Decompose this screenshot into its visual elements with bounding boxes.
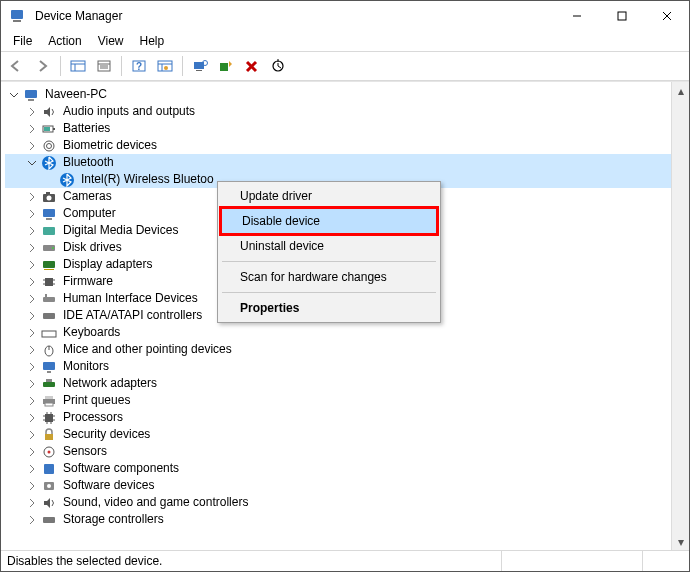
tree-item-label: Sensors	[61, 443, 109, 460]
ctx-update-driver[interactable]: Update driver	[220, 184, 438, 208]
minimize-button[interactable]	[554, 1, 599, 31]
computer-icon	[41, 206, 57, 222]
update-driver-button[interactable]	[214, 54, 238, 78]
ctx-item-label: Uninstall device	[240, 239, 324, 253]
tree-item-biometric[interactable]: Biometric devices	[5, 137, 671, 154]
svg-point-76	[48, 450, 51, 453]
show-hide-tree-button[interactable]	[66, 54, 90, 78]
tree-item-label: Biometric devices	[61, 137, 159, 154]
expand-icon[interactable]	[25, 122, 39, 136]
tree-item-label: Security devices	[61, 426, 152, 443]
expand-icon[interactable]	[25, 513, 39, 527]
tree-root[interactable]: Naveen-PC	[5, 86, 671, 103]
close-button[interactable]	[644, 1, 689, 31]
expand-icon[interactable]	[25, 360, 39, 374]
expand-icon[interactable]	[25, 190, 39, 204]
expand-icon[interactable]	[25, 411, 39, 425]
scroll-down-icon[interactable]: ▾	[672, 533, 689, 550]
tree-item-batteries[interactable]: Batteries	[5, 120, 671, 137]
tree-item-storage[interactable]: Storage controllers	[5, 511, 671, 528]
svg-rect-60	[43, 382, 55, 387]
tree-item-processors[interactable]: Processors	[5, 409, 671, 426]
disable-device-button[interactable]	[266, 54, 290, 78]
tree-item-security[interactable]: Security devices	[5, 426, 671, 443]
expand-icon[interactable]	[25, 139, 39, 153]
expand-icon[interactable]	[25, 258, 39, 272]
expand-icon[interactable]	[25, 224, 39, 238]
titlebar: Device Manager	[1, 1, 689, 31]
menubar: File Action View Help	[1, 31, 689, 51]
ctx-uninstall-device[interactable]: Uninstall device	[220, 234, 438, 258]
expand-icon[interactable]	[25, 275, 39, 289]
expand-icon[interactable]	[25, 377, 39, 391]
tree-item-network[interactable]: Network adapters	[5, 375, 671, 392]
tree-item-software-devices[interactable]: Software devices	[5, 477, 671, 494]
menu-help[interactable]: Help	[134, 32, 171, 50]
expand-icon[interactable]	[25, 309, 39, 323]
tree-item-label: Firmware	[61, 273, 115, 290]
svg-point-31	[44, 141, 54, 151]
ctx-disable-device[interactable]: Disable device	[222, 209, 436, 233]
printer-icon	[41, 393, 57, 409]
tree-item-print-queues[interactable]: Print queues	[5, 392, 671, 409]
ctx-scan-hardware[interactable]: Scan for hardware changes	[220, 265, 438, 289]
collapse-icon[interactable]	[25, 156, 39, 170]
battery-icon	[41, 121, 57, 137]
audio-icon	[41, 104, 57, 120]
svg-rect-58	[43, 362, 55, 370]
tree-item-label: Sound, video and game controllers	[61, 494, 250, 511]
tree-item-label: Storage controllers	[61, 511, 166, 528]
ctx-item-label: Disable device	[242, 214, 320, 228]
svg-rect-20	[196, 70, 202, 71]
expand-icon[interactable]	[25, 105, 39, 119]
tree-item-label: Software devices	[61, 477, 156, 494]
back-button[interactable]	[5, 54, 29, 78]
ctx-item-label: Scan for hardware changes	[240, 270, 387, 284]
tree-item-bluetooth[interactable]: Bluetooth	[5, 154, 671, 171]
toolbar-separator	[121, 56, 122, 76]
properties-button[interactable]	[92, 54, 116, 78]
svg-rect-63	[45, 396, 53, 399]
tree-item-mice[interactable]: Mice and other pointing devices	[5, 341, 671, 358]
tree-item-monitors[interactable]: Monitors	[5, 358, 671, 375]
ctx-properties[interactable]: Properties	[220, 296, 438, 320]
expand-icon[interactable]	[25, 428, 39, 442]
collapse-icon[interactable]	[7, 88, 21, 102]
vertical-scrollbar[interactable]: ▴ ▾	[671, 82, 689, 550]
uninstall-device-button[interactable]	[240, 54, 264, 78]
menu-view[interactable]: View	[92, 32, 130, 50]
tree-item-audio[interactable]: Audio inputs and outputs	[5, 103, 671, 120]
expand-icon[interactable]	[25, 479, 39, 493]
tree-item-sound[interactable]: Sound, video and game controllers	[5, 494, 671, 511]
app-icon	[9, 8, 25, 24]
ctx-item-label: Update driver	[240, 189, 312, 203]
tree-item-label: Software components	[61, 460, 181, 477]
help-button[interactable]: ?	[127, 54, 151, 78]
tree-item-keyboards[interactable]: Keyboards	[5, 324, 671, 341]
forward-button[interactable]	[31, 54, 55, 78]
expand-icon[interactable]	[25, 462, 39, 476]
expand-icon[interactable]	[25, 445, 39, 459]
svg-rect-77	[44, 464, 54, 474]
tree-item-sensors[interactable]: Sensors	[5, 443, 671, 460]
expand-icon[interactable]	[25, 496, 39, 510]
expand-icon[interactable]	[25, 207, 39, 221]
expand-icon[interactable]	[25, 292, 39, 306]
device-manager-window: Device Manager File Action View Help ?	[0, 0, 690, 572]
maximize-button[interactable]	[599, 1, 644, 31]
tree-item-label: Disk drives	[61, 239, 124, 256]
expand-icon[interactable]	[25, 394, 39, 408]
expand-icon[interactable]	[25, 241, 39, 255]
menu-file[interactable]: File	[7, 32, 38, 50]
context-menu: Update driver Disable device Uninstall d…	[217, 181, 441, 323]
menu-action[interactable]: Action	[42, 32, 87, 50]
expand-icon[interactable]	[25, 343, 39, 357]
scroll-up-icon[interactable]: ▴	[672, 82, 689, 99]
scan-hardware-button[interactable]	[188, 54, 212, 78]
action-button[interactable]	[153, 54, 177, 78]
expand-icon[interactable]	[25, 326, 39, 340]
camera-icon	[41, 189, 57, 205]
firmware-icon	[41, 274, 57, 290]
tree-item-software-components[interactable]: Software components	[5, 460, 671, 477]
mouse-icon	[41, 342, 57, 358]
